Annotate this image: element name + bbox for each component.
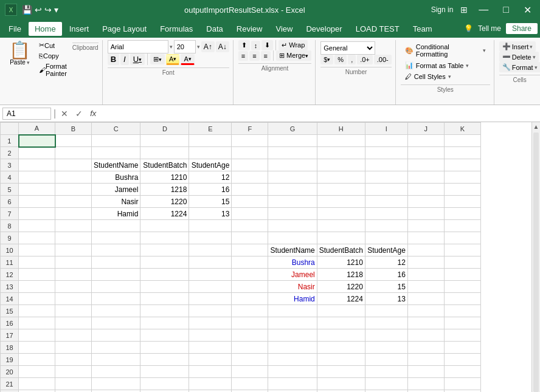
cell-F12[interactable] — [232, 269, 268, 281]
fill-color-button[interactable]: A ▾ — [166, 54, 179, 65]
cell-C18[interactable] — [92, 342, 140, 354]
menu-data[interactable]: Data — [200, 22, 229, 36]
cell-F3[interactable] — [232, 159, 268, 171]
cell-D10[interactable] — [140, 244, 189, 256]
cell-A5[interactable] — [19, 184, 55, 196]
cell-A16[interactable] — [19, 317, 55, 329]
cell-B22[interactable] — [55, 390, 92, 393]
cell-F5[interactable] — [232, 184, 268, 196]
cell-D7[interactable]: 1224 — [140, 208, 189, 220]
cell-I22[interactable] — [365, 390, 407, 393]
cell-B2[interactable] — [55, 147, 92, 159]
cell-K15[interactable] — [444, 305, 480, 317]
menu-review[interactable]: Review — [230, 22, 269, 36]
menu-view[interactable]: View — [269, 22, 299, 36]
cell-C5[interactable]: Jameel — [92, 184, 140, 196]
cell-C20[interactable] — [92, 366, 140, 378]
cell-J3[interactable] — [407, 159, 444, 171]
cell-I8[interactable] — [365, 220, 407, 232]
cell-H1[interactable] — [317, 135, 365, 147]
cell-C9[interactable] — [92, 232, 140, 244]
cell-J22[interactable] — [407, 390, 444, 393]
cell-I16[interactable] — [365, 317, 407, 329]
col-header-a[interactable]: A — [19, 123, 55, 135]
cell-F2[interactable] — [232, 147, 268, 159]
delete-button[interactable]: ➖ Delete ▾ — [499, 52, 539, 62]
cell-K5[interactable] — [444, 184, 480, 196]
cell-C4[interactable]: Bushra — [92, 171, 140, 184]
cancel-formula-icon[interactable]: ✕ — [58, 108, 71, 120]
cell-A22[interactable] — [19, 390, 55, 393]
font-size-dropdown[interactable]: ▾ — [197, 44, 200, 50]
cell-D20[interactable] — [140, 366, 189, 378]
cell-G17[interactable] — [268, 329, 317, 342]
cell-A13[interactable] — [19, 281, 55, 293]
cell-J21[interactable] — [407, 378, 444, 390]
cell-C12[interactable] — [92, 269, 140, 281]
cell-D16[interactable] — [140, 317, 189, 329]
cell-A8[interactable] — [19, 220, 55, 232]
cell-A18[interactable] — [19, 342, 55, 354]
cell-F9[interactable] — [232, 232, 268, 244]
cell-I20[interactable] — [365, 366, 407, 378]
cell-A7[interactable] — [19, 208, 55, 220]
cell-G19[interactable] — [268, 354, 317, 366]
cell-D9[interactable] — [140, 232, 189, 244]
cell-C2[interactable] — [92, 147, 140, 159]
cell-C22[interactable] — [92, 390, 140, 393]
cell-E3[interactable]: StudentAge — [189, 159, 232, 171]
cell-K2[interactable] — [444, 147, 480, 159]
cell-A14[interactable] — [19, 293, 55, 305]
cell-A15[interactable] — [19, 305, 55, 317]
cell-H15[interactable] — [317, 305, 365, 317]
align-middle-button[interactable]: ↕ — [251, 41, 261, 50]
cell-F7[interactable] — [232, 208, 268, 220]
maximize-button[interactable]: □ — [499, 3, 513, 16]
cell-G18[interactable] — [268, 342, 317, 354]
tell-me-input[interactable]: Tell me — [478, 24, 501, 33]
cell-C15[interactable] — [92, 305, 140, 317]
font-name-dropdown[interactable]: ▾ — [170, 44, 173, 50]
col-header-c[interactable]: C — [92, 123, 140, 135]
row-header-15[interactable]: 15 — [1, 305, 19, 317]
cell-E15[interactable] — [189, 305, 232, 317]
row-header-13[interactable]: 13 — [1, 281, 19, 293]
cell-G3[interactable] — [268, 159, 317, 171]
cell-C13[interactable] — [92, 281, 140, 293]
row-header-2[interactable]: 2 — [1, 147, 19, 159]
cell-A1[interactable] — [19, 135, 55, 147]
cell-J1[interactable] — [407, 135, 444, 147]
cell-I3[interactable] — [365, 159, 407, 171]
cell-B13[interactable] — [55, 281, 92, 293]
row-header-20[interactable]: 20 — [1, 366, 19, 378]
cell-A4[interactable] — [19, 171, 55, 184]
cell-E6[interactable]: 15 — [189, 196, 232, 208]
cell-J7[interactable] — [407, 208, 444, 220]
cell-A12[interactable] — [19, 269, 55, 281]
col-header-b[interactable]: B — [55, 123, 92, 135]
cell-J19[interactable] — [407, 354, 444, 366]
cell-K13[interactable] — [444, 281, 480, 293]
merge-button[interactable]: ⊞ Merge ▾ — [276, 50, 311, 61]
cell-B20[interactable] — [55, 366, 92, 378]
cell-K6[interactable] — [444, 196, 480, 208]
cell-J18[interactable] — [407, 342, 444, 354]
cell-J5[interactable] — [407, 184, 444, 196]
row-header-7[interactable]: 7 — [1, 208, 19, 220]
cell-C3[interactable]: StudentName — [92, 159, 140, 171]
close-button[interactable]: ✕ — [520, 3, 535, 17]
cell-G7[interactable] — [268, 208, 317, 220]
cell-F17[interactable] — [232, 329, 268, 342]
cell-H14[interactable]: 1224 — [317, 293, 365, 305]
cell-D22[interactable] — [140, 390, 189, 393]
cell-K21[interactable] — [444, 378, 480, 390]
cell-J10[interactable] — [407, 244, 444, 256]
comma-button[interactable]: , — [348, 55, 356, 64]
cell-G6[interactable] — [268, 196, 317, 208]
cell-B11[interactable] — [55, 256, 92, 269]
cell-I2[interactable] — [365, 147, 407, 159]
cell-J9[interactable] — [407, 232, 444, 244]
cell-J12[interactable] — [407, 269, 444, 281]
menu-developer[interactable]: Developer — [300, 22, 348, 36]
cell-J20[interactable] — [407, 366, 444, 378]
